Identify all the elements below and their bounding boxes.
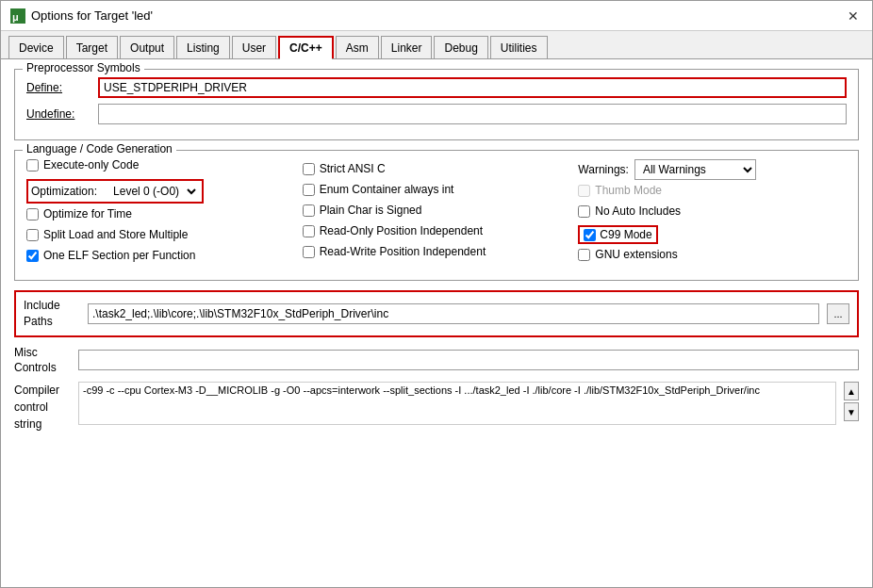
c99-highlighted-box: C99 Mode	[578, 225, 657, 244]
thumb-mode-row: Thumb Mode	[578, 184, 847, 197]
no-auto-includes-row: No Auto Includes	[578, 204, 847, 218]
preprocessor-section-label: Preprocessor Symbols	[23, 61, 144, 74]
rw-position-row: Read-Write Position Independent	[303, 245, 571, 258]
plain-char-row: Plain Char is Signed	[303, 204, 571, 217]
c99-checkbox[interactable]	[584, 229, 596, 241]
enum-container-checkbox[interactable]	[303, 184, 315, 196]
ro-position-checkbox[interactable]	[303, 225, 315, 237]
include-paths-section: IncludePaths ...	[14, 290, 859, 337]
tab-linker[interactable]: Linker	[381, 36, 433, 58]
optimize-time-checkbox[interactable]	[26, 208, 39, 220]
language-section: Language / Code Generation Execute-only …	[14, 150, 859, 281]
compiler-control-label: Compilercontrolstring	[14, 382, 71, 433]
warnings-select[interactable]: All Warnings No Warnings AC5-like Warnin…	[634, 159, 756, 180]
misc-controls-input[interactable]	[78, 350, 859, 370]
optimization-label: Optimization:	[31, 185, 97, 198]
ro-position-label: Read-Only Position Independent	[320, 224, 483, 237]
optimize-time-label: Optimize for Time	[43, 207, 132, 220]
enum-container-label: Enum Container always int	[320, 183, 454, 196]
title-bar-left: μ Options for Target 'led'	[10, 8, 153, 24]
one-elf-label: One ELF Section per Function	[43, 249, 195, 262]
define-row: Define:	[26, 77, 847, 98]
include-paths-label: IncludePaths	[24, 298, 80, 330]
title-bar: μ Options for Target 'led' ✕	[1, 1, 872, 31]
thumb-mode-checkbox[interactable]	[578, 185, 590, 197]
optimize-time-row: Optimize for Time	[26, 207, 295, 220]
enum-container-row: Enum Container always int	[303, 183, 571, 196]
compiler-scroll-up[interactable]: ▲	[844, 382, 859, 400]
compiler-control-text: -c99 -c --cpu Cortex-M3 -D__MICROLIB -g …	[78, 382, 836, 425]
split-load-label: Split Load and Store Multiple	[43, 228, 188, 241]
tab-utilities[interactable]: Utilities	[490, 36, 548, 58]
content-area: Preprocessor Symbols Define: Undefine: L…	[1, 59, 872, 587]
window-title: Options for Target 'led'	[31, 8, 153, 23]
include-browse-button[interactable]: ...	[827, 303, 849, 324]
tab-target[interactable]: Target	[66, 36, 118, 58]
tab-listing[interactable]: Listing	[176, 36, 230, 58]
app-icon: μ	[10, 8, 25, 24]
one-elf-checkbox[interactable]	[26, 250, 39, 262]
compiler-scrollbar: ▲ ▼	[844, 382, 859, 421]
compiler-control-value: -c99 -c --cpu Cortex-M3 -D__MICROLIB -g …	[83, 384, 760, 396]
no-auto-includes-checkbox[interactable]	[578, 205, 590, 218]
execute-only-row: Execute-only Code	[26, 158, 295, 172]
strict-ansi-row: Strict ANSI C	[303, 162, 571, 175]
tab-debug[interactable]: Debug	[434, 36, 487, 58]
close-button[interactable]: ✕	[844, 7, 863, 25]
warnings-label: Warnings:	[578, 163, 629, 176]
execute-only-label: Execute-only Code	[43, 158, 139, 172]
optimization-select[interactable]: Level 0 (-O0)	[106, 182, 199, 201]
tab-user[interactable]: User	[232, 36, 276, 58]
undefine-input[interactable]	[98, 104, 847, 124]
c99-row: C99 Mode	[578, 225, 847, 244]
no-auto-includes-label: No Auto Includes	[595, 204, 681, 218]
split-load-row: Split Load and Store Multiple	[26, 228, 295, 241]
undefine-label: Undefine:	[26, 107, 92, 121]
svg-text:μ: μ	[12, 11, 19, 23]
thumb-mode-label: Thumb Mode	[595, 184, 662, 197]
misc-controls-label: MiscControls	[14, 345, 71, 377]
one-elf-row: One ELF Section per Function	[26, 249, 295, 262]
gnu-extensions-label: GNU extensions	[595, 248, 677, 261]
strict-ansi-checkbox[interactable]	[303, 163, 315, 175]
gnu-extensions-row: GNU extensions	[578, 248, 847, 261]
tab-output[interactable]: Output	[120, 36, 174, 58]
c99-label: C99 Mode	[600, 228, 651, 241]
ro-position-row: Read-Only Position Independent	[303, 224, 571, 237]
language-section-label: Language / Code Generation	[23, 142, 176, 155]
define-input[interactable]	[98, 77, 847, 98]
include-paths-input[interactable]	[88, 303, 819, 324]
gnu-extensions-checkbox[interactable]	[578, 249, 590, 261]
misc-controls-row: MiscControls	[14, 345, 859, 377]
optimization-row: Optimization: Level 0 (-O0)	[26, 179, 204, 204]
rw-position-checkbox[interactable]	[303, 246, 315, 258]
main-window: μ Options for Target 'led' ✕ Device Targ…	[0, 0, 873, 588]
tab-device[interactable]: Device	[8, 36, 64, 58]
strict-ansi-label: Strict ANSI C	[320, 162, 386, 175]
plain-char-label: Plain Char is Signed	[320, 204, 422, 217]
plain-char-checkbox[interactable]	[303, 204, 315, 217]
execute-only-checkbox[interactable]	[26, 159, 39, 172]
tabs-bar: Device Target Output Listing User C/C++ …	[1, 31, 872, 59]
tab-asm[interactable]: Asm	[336, 36, 379, 58]
warnings-row: Warnings: All Warnings No Warnings AC5-l…	[578, 159, 847, 180]
tab-cpp[interactable]: C/C++	[278, 36, 334, 58]
define-label: Define:	[26, 81, 92, 94]
compiler-control-section: Compilercontrolstring -c99 -c --cpu Cort…	[14, 382, 859, 433]
compiler-scroll-down[interactable]: ▼	[844, 402, 859, 421]
preprocessor-section: Preprocessor Symbols Define: Undefine:	[14, 69, 859, 140]
rw-position-label: Read-Write Position Independent	[320, 245, 486, 258]
split-load-checkbox[interactable]	[26, 229, 39, 241]
undefine-row: Undefine:	[26, 104, 847, 124]
